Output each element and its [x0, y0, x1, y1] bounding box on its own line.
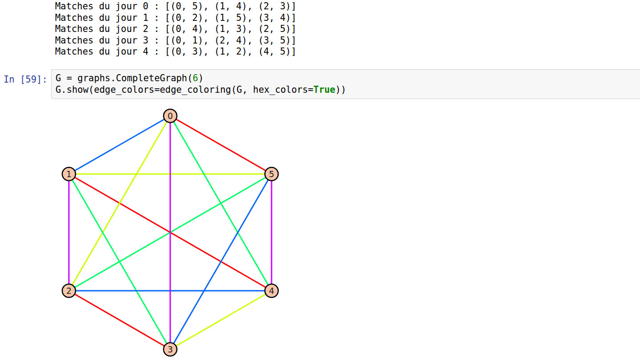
graph-edge-2-3	[69, 291, 170, 349]
graph-edge-0-5	[170, 116, 272, 174]
graph-node-label: 4	[269, 286, 274, 296]
graph-edge-0-1	[69, 116, 170, 174]
graph-edge-3-4	[170, 291, 272, 349]
graph-node-label: 1	[66, 169, 72, 179]
graph-plot-output: 012345	[0, 0, 640, 364]
graph-edge-0-2	[69, 116, 170, 291]
graph-node-label: 3	[168, 344, 173, 354]
graph-edge-3-5	[170, 174, 272, 349]
notebook-page: Matches du jour 0 : [(0, 5), (1, 4), (2,…	[0, 0, 640, 364]
graph-node-label: 2	[66, 286, 72, 296]
graph-node-label: 0	[168, 111, 173, 121]
graph-node-label: 5	[269, 169, 274, 179]
